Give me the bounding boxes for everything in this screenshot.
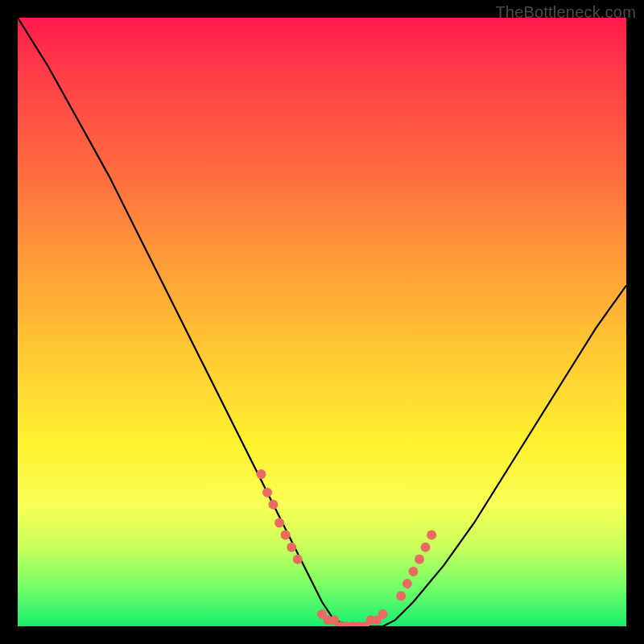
data-marker — [275, 518, 284, 528]
watermark-text: TheBottleneck.com — [495, 3, 636, 22]
data-marker — [421, 543, 431, 552]
chart-stage: TheBottleneck.com — [0, 0, 644, 644]
plot-area — [18, 18, 626, 626]
data-marker — [402, 579, 412, 588]
data-marker — [281, 530, 291, 540]
data-marker — [408, 567, 418, 576]
curve-layer — [18, 18, 626, 626]
bottleneck-curve — [18, 18, 626, 626]
data-marker — [256, 469, 266, 479]
data-marker — [287, 543, 296, 552]
data-marker — [415, 555, 424, 564]
data-marker — [396, 591, 406, 601]
data-marker — [293, 555, 303, 564]
data-marker — [378, 609, 388, 619]
data-marker — [262, 488, 272, 497]
data-marker — [427, 530, 436, 540]
data-marker — [269, 500, 279, 510]
marker-group — [256, 469, 436, 626]
